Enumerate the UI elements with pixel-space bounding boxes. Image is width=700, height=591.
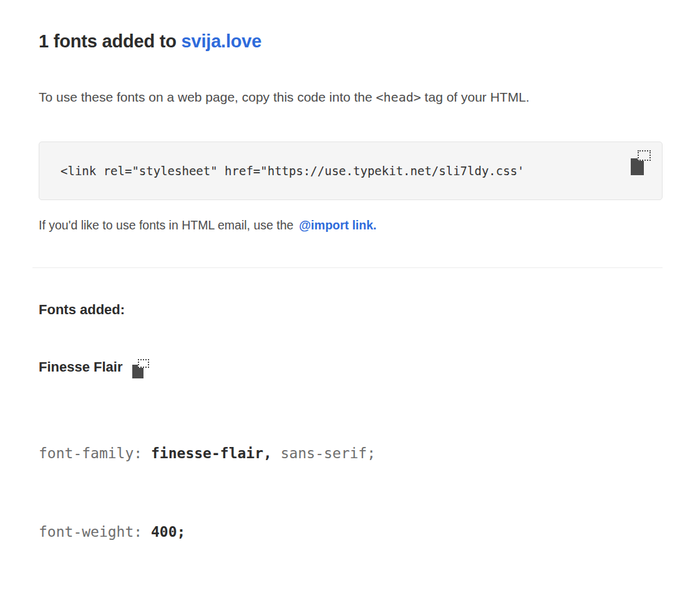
css-line-font-family: font-family: finesse-flair, sans-serif; bbox=[39, 440, 663, 466]
instruction-before: To use these fonts on a web page, copy t… bbox=[39, 90, 376, 104]
instruction-text: To use these fonts on a web page, copy t… bbox=[39, 89, 663, 106]
copy-icon[interactable] bbox=[132, 359, 149, 378]
copy-icon-dotted-square bbox=[638, 150, 651, 161]
css-property: font-weight: bbox=[39, 524, 151, 540]
divider bbox=[32, 267, 663, 268]
embed-code-box: <link rel="stylesheet" href="https://use… bbox=[39, 142, 663, 200]
css-property: font-family: bbox=[39, 445, 151, 461]
page-title-text: 1 fonts added to bbox=[39, 31, 182, 51]
add-fonts-dialog: 1 fonts added to svija.love To use these… bbox=[0, 0, 700, 591]
copy-icon-solid-corner bbox=[631, 158, 644, 175]
font-name: Finesse Flair bbox=[39, 358, 123, 375]
css-suffix: sans-serif; bbox=[272, 445, 376, 461]
fonts-added-heading: Fonts added: bbox=[39, 301, 663, 318]
email-note-text: If you'd like to use fonts in HTML email… bbox=[39, 218, 293, 232]
email-note: If you'd like to use fonts in HTML email… bbox=[39, 217, 663, 233]
project-link[interactable]: svija.love bbox=[182, 31, 262, 51]
instruction-after: tag of your HTML. bbox=[421, 90, 530, 104]
copy-icon-dotted-square bbox=[138, 359, 149, 368]
css-value: 400; bbox=[151, 524, 185, 540]
head-tag-token: <head> bbox=[376, 90, 421, 105]
import-link[interactable]: @import link. bbox=[299, 218, 376, 232]
copy-icon[interactable] bbox=[631, 150, 651, 175]
page-title: 1 fonts added to svija.love bbox=[39, 30, 663, 52]
css-value: finesse-flair, bbox=[151, 445, 272, 461]
font-css-code: font-family: finesse-flair, sans-serif; … bbox=[39, 388, 663, 591]
embed-code: <link rel="stylesheet" href="https://use… bbox=[61, 164, 525, 178]
font-entry: Finesse Flair bbox=[39, 355, 663, 378]
css-line-font-weight: font-weight: 400; bbox=[39, 519, 663, 545]
